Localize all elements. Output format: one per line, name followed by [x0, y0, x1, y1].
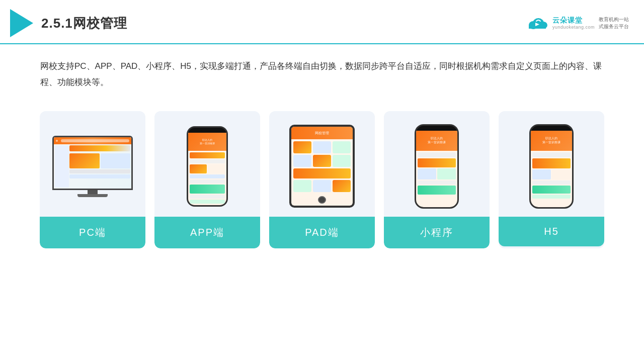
brand-url: yunduoketang.com — [552, 25, 595, 30]
card-pad-image: 网校管理 — [269, 111, 375, 217]
brand-name: 云朵课堂 — [552, 16, 595, 25]
logo-triangle-icon — [10, 9, 33, 37]
card-miniapp-image: 职达人的第一堂训推课 — [384, 111, 490, 217]
brand-tagline: 教育机构一站式服务云平台 — [599, 16, 629, 30]
card-h5-label: H5 — [499, 217, 604, 246]
card-pad-label: PAD端 — [269, 217, 375, 248]
tablet-body: 网校管理 — [289, 125, 355, 208]
page-title: 2.5.1网校管理 — [41, 15, 127, 32]
card-pc: PC端 — [40, 111, 145, 248]
phone-body-app: 职达人的第一堂训推课 — [187, 126, 228, 207]
card-app-image: 职达人的第一堂训推课 — [154, 111, 260, 217]
brand-logo: 云朵课堂 yunduoketang.com 教育机构一站式服务云平台 — [526, 16, 629, 30]
pc-screen — [54, 137, 131, 189]
cards-container: PC端 职达人的第一堂训推课 — [0, 96, 644, 248]
header-left: 2.5.1网校管理 — [10, 9, 127, 37]
header: 2.5.1网校管理 云朵课堂 yunduoketang.com 教育机构一站式服… — [0, 0, 644, 44]
description-text: 网校支持PC、APP、PAD、小程序、H5，实现多端打通，产品各终端自由切换，数… — [0, 44, 644, 96]
device-phone-app: 职达人的第一堂训推课 — [187, 126, 228, 207]
card-miniapp-label: 小程序 — [384, 217, 490, 248]
phone-body-mini: 职达人的第一堂训推课 — [415, 124, 459, 209]
cloud-icon — [526, 16, 548, 30]
card-pad: 网校管理 — [269, 111, 375, 248]
device-phone-h5: 职达人的第一堂训推课 — [529, 124, 574, 209]
phone-body-h5: 职达人的第一堂训推课 — [529, 124, 574, 209]
card-h5-image: 职达人的第一堂训推课 — [499, 111, 604, 217]
device-pc — [52, 136, 133, 197]
description-content: 网校支持PC、APP、PAD、小程序、H5，实现多端打通，产品各终端自由切换，数… — [40, 61, 602, 87]
pc-monitor — [52, 136, 133, 190]
brand-text: 云朵课堂 yunduoketang.com — [552, 16, 595, 30]
card-pc-label: PC端 — [40, 217, 145, 248]
card-app: 职达人的第一堂训推课 — [154, 111, 260, 248]
card-app-label: APP端 — [154, 217, 260, 248]
device-tablet: 网校管理 — [289, 125, 355, 208]
device-phone-mini: 职达人的第一堂训推课 — [415, 124, 459, 209]
card-pc-image — [40, 111, 145, 217]
card-h5: 职达人的第一堂训推课 — [499, 111, 604, 248]
card-miniapp: 职达人的第一堂训推课 — [384, 111, 490, 248]
